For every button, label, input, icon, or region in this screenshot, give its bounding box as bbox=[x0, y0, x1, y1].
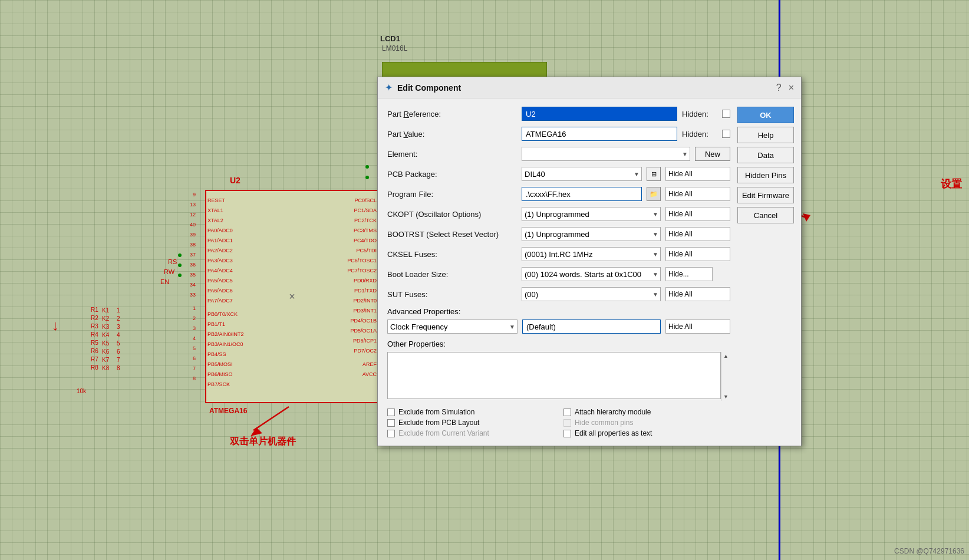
r6-label: R6 bbox=[91, 348, 98, 354]
cksel-hide[interactable]: Hide All bbox=[665, 247, 730, 261]
element-label: Element: bbox=[387, 150, 517, 159]
pin-numbers-left: 9 13 12 40 39 38 37 36 35 34 33 1 2 3 4 … bbox=[190, 190, 196, 384]
rw-label: RW bbox=[164, 268, 174, 275]
sut-fuses-select[interactable]: (00) bbox=[522, 287, 661, 301]
textarea-scrollbar[interactable]: ▲ ▼ bbox=[721, 352, 730, 401]
part-value-row: Part Value: Hidden: bbox=[387, 127, 730, 141]
advanced-hide[interactable]: Hide All bbox=[665, 319, 730, 334]
cancel-button[interactable]: Cancel bbox=[737, 207, 794, 223]
element-select[interactable] bbox=[522, 147, 690, 161]
part-reference-input[interactable] bbox=[522, 107, 677, 121]
dialog-close-btn[interactable]: × bbox=[789, 83, 794, 93]
sut-fuses-label: SUT Fuses: bbox=[387, 290, 517, 299]
advanced-props-row: Clock Frequency ▼ Hide All bbox=[387, 319, 730, 334]
ckopt-label: CKOPT (Oscillator Options) bbox=[387, 210, 517, 219]
scrollbar-up[interactable]: ▲ bbox=[721, 352, 730, 360]
boot-loader-row: Boot Loader Size: (00) 1024 words. Start… bbox=[387, 267, 730, 281]
exclude-variant-row: Exclude from Current Variant bbox=[387, 429, 554, 437]
edit-component-dialog: ✦ Edit Component ? × Part Reference: Hid… bbox=[377, 77, 802, 446]
help-button[interactable]: Help bbox=[737, 127, 794, 143]
bootrst-row: BOOTRST (Select Reset Vector) (1) Unprog… bbox=[387, 227, 730, 241]
conn-dot-4 bbox=[365, 165, 369, 169]
edit-all-props-checkbox[interactable] bbox=[563, 430, 571, 437]
program-file-label: Program File: bbox=[387, 190, 517, 199]
annotation-settings: 设置 bbox=[941, 177, 962, 191]
dialog-help-btn[interactable]: ? bbox=[776, 83, 782, 93]
dialog-titlebar: ✦ Edit Component ? × bbox=[378, 77, 801, 98]
part-value-input[interactable] bbox=[522, 127, 677, 141]
pcb-package-label: PCB Package: bbox=[387, 170, 517, 179]
conn-dot-5 bbox=[365, 176, 369, 179]
r1-label: R1 bbox=[91, 307, 98, 313]
mcu-chip: RESET XTAL1 XTAL2 PA0/ADC0 PA1/ADC1 PA2/… bbox=[205, 190, 379, 403]
annotation-double-click: 双击单片机器件 bbox=[230, 436, 296, 448]
advanced-property-select[interactable]: Clock Frequency bbox=[387, 319, 518, 334]
exclude-variant-label: Exclude from Current Variant bbox=[398, 429, 489, 437]
conn-dot-1 bbox=[178, 253, 182, 257]
element-row: Element: ▼ New bbox=[387, 147, 730, 161]
attach-hierarchy-checkbox[interactable] bbox=[563, 409, 571, 416]
pin-numbers-k: 12345678 bbox=[117, 307, 120, 373]
hidden-pins-button[interactable]: Hidden Pins bbox=[737, 167, 794, 183]
pcb-package-row: PCB Package: DIL40 ▼ ⊞ Hide All bbox=[387, 167, 730, 181]
edit-firmware-button[interactable]: Edit Firmware bbox=[737, 187, 794, 203]
program-file-row: Program File: 📁 Hide All bbox=[387, 187, 730, 201]
ground-symbol: ↓ bbox=[52, 317, 59, 334]
pcb-package-hide[interactable]: Hide All bbox=[665, 167, 730, 181]
dialog-title: Edit Component bbox=[397, 83, 772, 93]
r5-label: R5 bbox=[91, 340, 98, 346]
exclude-sim-label: Exclude from Simulation bbox=[398, 408, 474, 416]
sut-fuses-hide[interactable]: Hide All bbox=[665, 287, 730, 301]
attach-hierarchy-row: Attach hierarchy module bbox=[563, 408, 730, 416]
cksel-label: CKSEL Fuses: bbox=[387, 250, 517, 259]
conn-dot-2 bbox=[178, 263, 182, 267]
scrollbar-down[interactable]: ▼ bbox=[721, 393, 730, 401]
r7-label: R7 bbox=[91, 356, 98, 363]
other-props-label: Other Properties: bbox=[387, 340, 730, 348]
exclude-sim-checkbox[interactable] bbox=[387, 409, 395, 416]
attach-hierarchy-label: Attach hierarchy module bbox=[575, 408, 651, 416]
bootrst-label: BOOTRST (Select Reset Vector) bbox=[387, 230, 517, 239]
part-ref-hidden-checkbox[interactable] bbox=[722, 110, 730, 118]
advanced-props-label: Advanced Properties: bbox=[387, 307, 730, 316]
boot-loader-label: Boot Loader Size: bbox=[387, 270, 517, 279]
exclude-pcb-label: Exclude from PCB Layout bbox=[398, 419, 479, 427]
other-props-wrapper: ▲ ▼ bbox=[387, 352, 730, 401]
hide-common-row: Hide common pins bbox=[563, 419, 730, 427]
pcb-package-browse[interactable]: ⊞ bbox=[647, 167, 661, 181]
pcb-package-select[interactable]: DIL40 bbox=[522, 167, 642, 181]
r8-label: R8 bbox=[91, 364, 98, 371]
cksel-select[interactable]: (0001) Int.RC 1MHz bbox=[522, 247, 661, 261]
en-label: EN bbox=[160, 278, 169, 285]
program-file-input[interactable] bbox=[522, 187, 642, 201]
boot-loader-select[interactable]: (00) 1024 words. Starts at 0x1C00 bbox=[522, 267, 661, 281]
hide-common-checkbox[interactable] bbox=[563, 419, 571, 427]
ckopt-hide[interactable]: Hide All bbox=[665, 207, 730, 221]
program-file-hide[interactable]: Hide All bbox=[665, 187, 730, 201]
ok-button[interactable]: OK bbox=[737, 107, 794, 123]
part-val-hidden-label: Hidden: bbox=[682, 130, 717, 139]
bottom-checkboxes: Exclude from Simulation Exclude from PCB… bbox=[387, 408, 730, 437]
lcd-label: LCD1 bbox=[380, 34, 400, 43]
part-val-hidden-checkbox[interactable] bbox=[722, 130, 730, 138]
new-button[interactable]: New bbox=[695, 147, 730, 161]
bootrst-hide[interactable]: Hide All bbox=[665, 227, 730, 241]
sut-fuses-row: SUT Fuses: (00) ▼ Hide All bbox=[387, 287, 730, 301]
edit-all-props-row: Edit all properties as text bbox=[563, 429, 730, 437]
edit-all-props-label: Edit all properties as text bbox=[575, 429, 652, 437]
bootrst-select[interactable]: (1) Unprogrammed bbox=[522, 227, 661, 241]
part-reference-row: Part Reference: Hidden: bbox=[387, 107, 730, 121]
rs-label: RS bbox=[168, 258, 177, 265]
ckopt-select[interactable]: (1) Unprogrammed bbox=[522, 207, 661, 221]
program-file-browse[interactable]: 📁 bbox=[647, 187, 661, 201]
data-button[interactable]: Data bbox=[737, 147, 794, 163]
part-reference-label: Part Reference: bbox=[387, 110, 517, 118]
other-props-textarea[interactable] bbox=[387, 352, 721, 399]
lcd-sublabel: LM016L bbox=[382, 44, 407, 52]
exclude-pcb-row: Exclude from PCB Layout bbox=[387, 419, 554, 427]
exclude-variant-checkbox[interactable] bbox=[387, 430, 395, 437]
advanced-value-input[interactable] bbox=[522, 319, 661, 334]
cksel-row: CKSEL Fuses: (0001) Int.RC 1MHz ▼ Hide A… bbox=[387, 247, 730, 261]
exclude-pcb-checkbox[interactable] bbox=[387, 419, 395, 427]
boot-loader-hide[interactable]: Hide... bbox=[665, 267, 713, 281]
